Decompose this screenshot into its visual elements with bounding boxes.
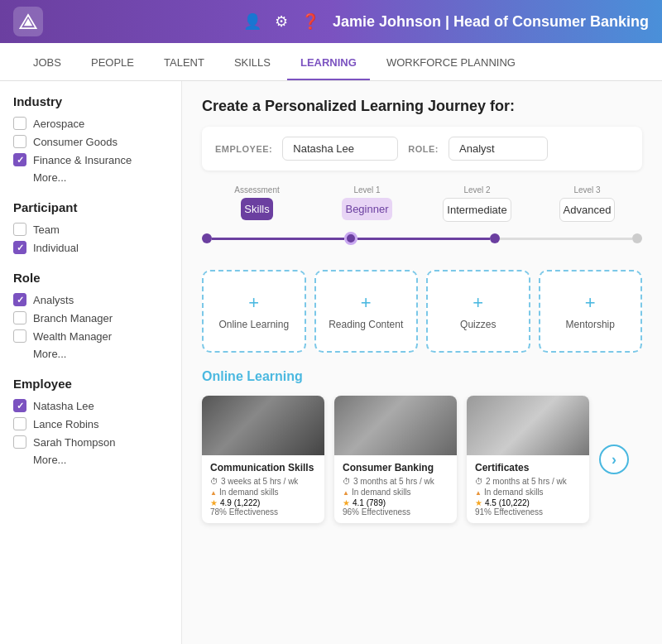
- checkbox-wealth-manager[interactable]: [13, 329, 26, 343]
- card-body-0: Communication Skills 3 weeks at 5 hrs / …: [202, 455, 324, 523]
- steps-container: Assessment Skills Level 1 Beginner Level…: [202, 185, 642, 257]
- role-title: Role: [13, 271, 168, 285]
- progress-dot-1: [344, 232, 357, 245]
- participant-title: Participant: [13, 200, 168, 214]
- label-wealth-manager: Wealth Manager: [33, 330, 112, 343]
- card-demand-text-2: In demand skills: [484, 488, 544, 497]
- star-icon-2: ★: [475, 498, 482, 507]
- gear-icon[interactable]: ⚙: [275, 12, 288, 31]
- label-natasha: Natasha Lee: [33, 400, 94, 412]
- step-btn-1[interactable]: Beginner: [342, 198, 391, 220]
- card-body-2: Certificates 2 months at 5 hrs / wk In d…: [467, 455, 589, 523]
- checkbox-individual[interactable]: [13, 241, 26, 254]
- filter-wealth-manager: Wealth Manager: [13, 329, 168, 343]
- next-arrow-button[interactable]: ›: [599, 445, 629, 474]
- employee-form-row: EMPLOYEE: ROLE:: [202, 127, 642, 171]
- step-btn-0[interactable]: Skills: [241, 198, 272, 220]
- progress-track-0: [212, 238, 344, 240]
- employee-more[interactable]: More...: [33, 454, 168, 466]
- add-card-mentorship[interactable]: + Mentorship: [539, 270, 643, 353]
- filter-consumer-goods: Consumer Goods: [13, 135, 168, 148]
- nav-people[interactable]: PEOPLE: [78, 56, 147, 80]
- label-finance: Finance & Insurance: [33, 154, 132, 166]
- help-icon[interactable]: ❓: [301, 12, 319, 31]
- card-demand-2: In demand skills: [475, 488, 581, 497]
- nav-skills[interactable]: SKILLS: [221, 56, 284, 80]
- star-icon-0: ★: [210, 498, 218, 507]
- add-card-reading-content[interactable]: + Reading Content: [314, 270, 419, 353]
- add-icon-1: +: [361, 292, 372, 314]
- card-meta-2: 2 months at 5 hrs / wk: [475, 477, 581, 486]
- card-rating-0: ★ 4.9 (1,222): [210, 498, 316, 507]
- industry-more[interactable]: More...: [33, 171, 168, 184]
- checkbox-aerospace[interactable]: [13, 117, 26, 130]
- card-demand-0: In demand skills: [210, 488, 316, 497]
- card-image-2: [467, 396, 589, 455]
- checkbox-lance[interactable]: [13, 417, 26, 430]
- nav-jobs[interactable]: JOBS: [20, 56, 74, 80]
- filter-team: Team: [13, 223, 168, 236]
- participant-filter: Participant Team Individual: [13, 200, 168, 254]
- add-icon-3: +: [585, 292, 596, 314]
- filter-branch-manager: Branch Manager: [13, 311, 168, 324]
- main-content: Create a Personalized Learning Journey f…: [182, 81, 662, 644]
- nav-learning[interactable]: LEARNING: [287, 56, 370, 80]
- logo: [13, 7, 43, 36]
- checkbox-sarah[interactable]: [13, 435, 26, 449]
- learning-card-1[interactable]: Consumer Banking 3 months at 5 hrs / wk …: [334, 396, 457, 523]
- nav-workforce-planning[interactable]: WORKFORCE PLANNING: [373, 56, 529, 80]
- checkbox-branch-manager[interactable]: [13, 311, 26, 324]
- step-top-label-2: Level 2: [422, 185, 532, 195]
- step-top-label-1: Level 1: [312, 185, 422, 195]
- card-meta-text-0: 3 weeks at 5 hrs / wk: [221, 477, 298, 486]
- learning-card-0[interactable]: Communication Skills 3 weeks at 5 hrs / …: [202, 396, 324, 523]
- add-label-1: Reading Content: [329, 319, 403, 330]
- trend-icon-2: [475, 488, 482, 497]
- checkbox-finance[interactable]: [13, 153, 26, 166]
- checkbox-analysts[interactable]: [13, 293, 26, 306]
- card-rating-text-0: 4.9 (1,222): [220, 498, 260, 507]
- card-title-2: Certificates: [475, 462, 581, 473]
- progress-dot-3: [632, 233, 642, 243]
- nav-talent[interactable]: TALENT: [151, 56, 218, 80]
- progress-track-1: [357, 238, 490, 240]
- checkbox-natasha[interactable]: [13, 399, 26, 412]
- header-icons: 👤 ⚙ ❓ Jamie Johnson | Head of Consumer B…: [243, 12, 649, 31]
- checkbox-team[interactable]: [13, 223, 26, 236]
- card-demand-1: In demand skills: [343, 488, 449, 497]
- card-meta-text-1: 3 months at 5 hrs / wk: [353, 477, 434, 486]
- card-title-0: Communication Skills: [210, 462, 316, 473]
- steps-labels: Assessment Skills Level 1 Beginner Level…: [202, 185, 642, 222]
- trend-icon-0: [210, 488, 217, 497]
- card-effectiveness-0: 78% Effectiveness: [210, 507, 316, 517]
- filter-analysts: Analysts: [13, 293, 168, 306]
- card-meta-1: 3 months at 5 hrs / wk: [343, 477, 449, 486]
- role-input[interactable]: [449, 137, 548, 161]
- filter-natasha: Natasha Lee: [13, 399, 168, 412]
- logo-icon: [19, 12, 37, 31]
- industry-filter: Industry Aerospace Consumer Goods Financ…: [13, 94, 168, 184]
- label-aerospace: Aerospace: [33, 118, 84, 130]
- step-col-1: Level 1 Beginner: [312, 185, 422, 222]
- employee-title: Employee: [13, 377, 168, 391]
- label-consumer-goods: Consumer Goods: [33, 136, 118, 148]
- step-btn-3[interactable]: Advanced: [559, 198, 616, 222]
- employee-input[interactable]: [282, 137, 398, 161]
- add-card-quizzes[interactable]: + Quizzes: [426, 270, 530, 353]
- card-demand-text-1: In demand skills: [352, 488, 411, 497]
- sidebar: Industry Aerospace Consumer Goods Financ…: [0, 81, 182, 644]
- progress-dot-0: [202, 233, 212, 243]
- add-card-online-learning[interactable]: + Online Learning: [202, 270, 306, 353]
- step-btn-2[interactable]: Intermediate: [443, 198, 511, 222]
- progress-track-2: [500, 238, 632, 240]
- card-meta-text-2: 2 months at 5 hrs / wk: [486, 477, 567, 486]
- trend-icon-1: [343, 488, 349, 497]
- label-lance: Lance Robins: [33, 418, 99, 430]
- clock-icon-1: [343, 477, 351, 486]
- add-icon-0: +: [248, 292, 259, 314]
- role-more[interactable]: More...: [33, 348, 168, 360]
- checkbox-consumer-goods[interactable]: [13, 135, 26, 148]
- step-top-label-3: Level 3: [532, 185, 642, 195]
- person-icon[interactable]: 👤: [243, 12, 261, 31]
- learning-card-2[interactable]: Certificates 2 months at 5 hrs / wk In d…: [467, 396, 589, 523]
